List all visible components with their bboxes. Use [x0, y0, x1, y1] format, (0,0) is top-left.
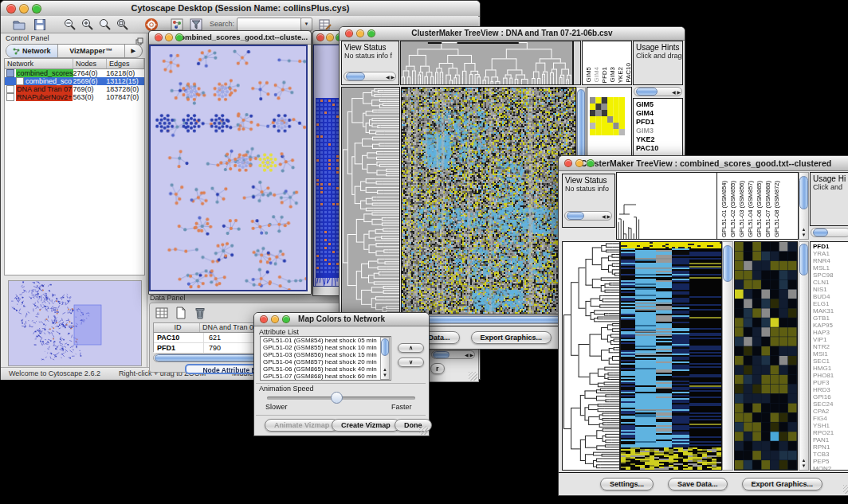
tv2-gene-label[interactable]: MON2	[811, 465, 848, 471]
zoom-selected-icon[interactable]	[98, 18, 112, 32]
network-list-row[interactable]: DNA and Tran 07 769(0) 183728(0)	[5, 85, 144, 93]
move-up-button[interactable]: ∧	[398, 343, 424, 353]
tv1-column-dendrogram[interactable]	[400, 41, 573, 85]
save-icon[interactable]	[33, 18, 47, 32]
zoom-window-icon[interactable]	[175, 33, 183, 41]
tv2-gene-label[interactable]: SEC24	[811, 400, 848, 408]
tv2-gene-label[interactable]: RNR4	[811, 257, 848, 264]
tab-network[interactable]: Network	[6, 45, 58, 57]
tv1-heatmap[interactable]	[401, 87, 576, 315]
resize-grip-icon[interactable]	[843, 485, 848, 494]
search-input[interactable]	[237, 18, 302, 31]
zoom-window-icon[interactable]	[282, 315, 290, 323]
tv2-heatmap[interactable]	[620, 241, 722, 471]
tv2-gene-label[interactable]: GPI16	[811, 393, 848, 400]
attribute-list-item[interactable]: GPL51-04 (GSM857) heat shock 20 min	[261, 358, 391, 365]
tv1-status-hscrollbar[interactable]: ◀ ▶	[344, 72, 396, 81]
tv2-gene-label[interactable]: CLN1	[811, 279, 848, 286]
minimize-icon[interactable]	[356, 29, 364, 37]
tv2-heatmap-vscrollbar[interactable]	[722, 241, 733, 471]
zoom-in-icon[interactable]	[80, 18, 95, 32]
resize-grip-icon[interactable]	[469, 372, 477, 381]
tv2-status-hscrollbar[interactable]: ◀ ▶	[564, 211, 612, 221]
tv2-gene-label[interactable]: PHO81	[811, 372, 848, 379]
tv1-gene-label[interactable]: PAC10	[634, 144, 682, 153]
delete-trash-icon[interactable]	[193, 306, 207, 320]
tv2-column-dendrogram[interactable]	[616, 172, 717, 240]
tv2-gene-label[interactable]: KAP95	[811, 322, 848, 329]
footer-button[interactable]: Settings...	[600, 478, 654, 490]
attribute-list-item[interactable]: GPL51-02 (GSM855) heat shock 10 min	[261, 344, 391, 351]
animate-vizmap-button[interactable]: Animate Vizmap	[265, 419, 339, 432]
create-vizmap-button[interactable]: Create Vizmap	[332, 419, 400, 432]
footer-button[interactable]: Export Graphics...	[471, 331, 552, 344]
tv2-genes-vscrollbar[interactable]: ▲▼	[799, 241, 809, 471]
tv1-gene-label[interactable]: GIM4	[634, 109, 682, 118]
close-icon[interactable]	[260, 315, 268, 323]
tv1-gene-label[interactable]: PFD1	[634, 118, 682, 127]
tv1-gene-label[interactable]: GIM3	[634, 127, 682, 135]
network-list-row[interactable]: combined_sco 2569(6) 13112(15)	[5, 77, 144, 85]
minimize-icon[interactable]	[326, 33, 334, 41]
attribute-list-item[interactable]: GPL51-06 (GSM865) heat shock 40 min	[261, 365, 391, 373]
tv2-gene-label[interactable]: YRA1	[811, 250, 848, 257]
minimize-icon[interactable]	[19, 4, 29, 14]
tv2-gene-label[interactable]: SEC1	[811, 357, 848, 365]
minimize-icon[interactable]	[575, 159, 583, 167]
zoom-window-icon[interactable]	[587, 159, 595, 167]
close-icon[interactable]	[6, 4, 16, 14]
minimize-icon[interactable]	[271, 315, 279, 323]
col-nodes[interactable]: Nodes	[73, 59, 107, 68]
tv2-gene-label[interactable]: HRD3	[811, 386, 848, 393]
tv2-gene-label[interactable]: RPO21	[811, 429, 848, 436]
close-icon[interactable]	[345, 29, 353, 37]
tv2-gene-label[interactable]: VIP1	[811, 336, 848, 343]
tv2-gene-label[interactable]: FIG4	[811, 415, 848, 422]
zoom-window-icon[interactable]	[367, 29, 375, 37]
col-network[interactable]: Network	[5, 59, 73, 68]
tv2-labels-vscrollbar[interactable]: ▲▼	[799, 172, 809, 240]
attribute-list-vscrollbar[interactable]: ▲▼	[380, 337, 390, 380]
network-canvas[interactable]	[149, 45, 308, 291]
treeview2-titlebar[interactable]: ClusterMaker TreeView : combined_scores_…	[559, 156, 848, 171]
tv2-gene-label[interactable]: CPA2	[811, 408, 848, 415]
tv2-gene-label[interactable]: HMG1	[811, 365, 848, 372]
resize-grip-icon[interactable]	[419, 426, 428, 435]
table-icon[interactable]	[155, 306, 169, 320]
minimize-icon[interactable]	[165, 33, 173, 41]
window-controls[interactable]	[6, 4, 41, 14]
network-list-row[interactable]: RNAPuberNov2+ 563(0) 107847(0)	[5, 93, 144, 101]
move-down-button[interactable]: ∨	[398, 357, 424, 367]
col-edges[interactable]: Edges	[107, 59, 144, 68]
tv2-gene-label[interactable]: NIS1	[811, 286, 848, 293]
tv2-gene-label[interactable]: HAP3	[811, 329, 848, 336]
animation-slider-thumb[interactable]	[331, 392, 343, 404]
tv2-gene-label[interactable]: YSH1	[811, 422, 848, 429]
attribute-list-item[interactable]: GPL51-07 (GSM868) heat shock 60 min	[261, 373, 391, 380]
dialog-titlebar[interactable]: Map Colors to Network	[254, 313, 429, 326]
footer-button[interactable]: Export Graphics...	[742, 478, 823, 490]
tv1-scroll-strip[interactable]	[573, 41, 581, 85]
tv1-labels-hscrollbar[interactable]: ◀ ▶	[634, 87, 682, 96]
tv2-zoom-panel[interactable]	[734, 241, 798, 471]
close-icon[interactable]	[316, 33, 324, 41]
tv2-gene-label[interactable]: BUD4	[811, 293, 848, 300]
tv1-row-dendrogram[interactable]	[341, 87, 400, 315]
tv2-gene-label[interactable]: MAK31	[811, 307, 848, 315]
zoom-window-icon[interactable]	[32, 4, 41, 14]
partial-button[interactable]: r	[430, 363, 445, 374]
tv2-gene-label[interactable]: ELG1	[811, 300, 848, 307]
network-list-row[interactable]: combined_scores 2764(0) 16218(0)	[5, 69, 144, 77]
birdseye-view[interactable]	[8, 280, 142, 366]
attribute-listbox[interactable]: GPL51-01 (GSM854) heat shock 05 minGPL51…	[260, 336, 391, 381]
tab-vizmapper[interactable]: VizMapper™	[58, 45, 124, 57]
tv1-gene-label[interactable]: YKE2	[634, 135, 682, 144]
tv1-gene-label[interactable]: GIM5	[634, 100, 682, 109]
tv2-gene-label[interactable]: PUF3	[811, 379, 848, 386]
tv2-gene-label[interactable]: MSI1	[811, 350, 848, 357]
attribute-list-item[interactable]: GPL51-01 (GSM854) heat shock 05 min	[261, 337, 391, 344]
close-icon[interactable]	[564, 159, 572, 167]
tv2-gene-label[interactable]: RPN1	[811, 443, 848, 451]
tv2-gene-label[interactable]: SPC98	[811, 272, 848, 279]
tab-overflow-icon[interactable]: ▶	[124, 45, 142, 57]
